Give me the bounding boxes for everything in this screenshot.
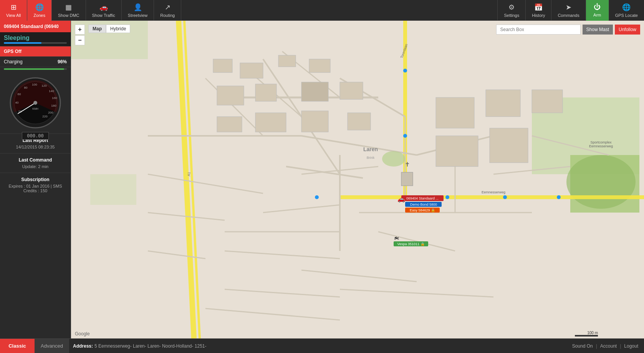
last-command-value: Update: 2 min [4,164,67,169]
charging-status: Charging 96% [0,57,71,67]
nav-item-commands[interactable]: ➤ Commands [551,0,585,21]
view-all-icon: ⊞ [11,3,17,12]
nav-label-zones: Zones [33,13,45,18]
speed-reading: 000.00 [22,132,49,140]
nav-label-history: History [532,13,545,18]
status-gps: GPS Off [0,46,71,57]
unfollow-button[interactable]: Unfollow [615,25,640,35]
subscription-line1: Expires : 01 Jan 2016 | SMS [4,184,67,188]
speedometer-svg: 20 40 60 80 100 120 140 160 180 200 220 [8,76,62,130]
svg-text:Vespa 351011 🔒: Vespa 351011 🔒 [397,242,425,246]
svg-text:Demo Bond 5800: Demo Bond 5800 [410,203,437,206]
logout-link[interactable]: Logout [624,343,638,349]
last-report-value: 14/12/2015 08:23:35 [4,145,67,149]
svg-text:🏍: 🏍 [394,234,399,241]
svg-rect-23 [240,63,263,78]
nav-item-show-dmc[interactable]: ▦ Show DMC [52,0,86,21]
map-tab-map[interactable]: Map [88,25,106,33]
svg-rect-24 [278,55,296,67]
nav-label-show-traffic: Show Traffic [92,13,115,18]
subscription-title: Subscription [4,177,67,182]
nav-item-view-all[interactable]: ⊞ View All [0,0,27,21]
sound-on-link[interactable]: Sound On [572,343,593,349]
svg-point-19 [566,155,636,209]
svg-text:KMH: KMH [32,107,38,110]
svg-rect-22 [213,59,232,73]
svg-rect-41 [490,128,528,163]
last-command-title: Last Command [4,157,67,163]
top-navigation: ⊞ View All 🌐 Zones ▦ Show DMC 🚗 Show Tra… [0,0,644,21]
svg-rect-40 [436,136,478,167]
nav-label-commands: Commands [558,13,579,18]
scale-bar [575,335,598,337]
routing-icon: ↗ [165,3,171,12]
svg-point-45 [315,195,319,199]
nav-label-view-all: View All [6,13,21,18]
show-traffic-icon: 🚗 [99,3,108,12]
svg-rect-28 [301,82,328,101]
nav-item-zones[interactable]: 🌐 Zones [27,0,52,21]
subscription-line2: Credits : 150 [4,188,67,193]
commands-icon: ➤ [566,3,571,12]
nav-item-arm[interactable]: ⏻ Arm [586,0,609,21]
svg-rect-25 [309,59,330,73]
svg-text:🚗: 🚗 [397,195,405,203]
tab-advanced[interactable]: Advanced [35,339,69,353]
tab-classic[interactable]: Classic [0,339,35,353]
gps-locate-icon: 🌐 [622,3,631,12]
map-tab-hybrid[interactable]: Hybride [106,25,130,33]
nav-item-show-traffic[interactable]: 🚗 Show Traffic [86,0,122,21]
account-link[interactable]: Account [600,343,617,349]
map-svg: ✝ 069404 Standaard ... Demo Bond 5800 Ea… [71,21,644,338]
nav-item-settings[interactable]: ⚙ Settings [497,0,525,21]
svg-point-46 [403,69,407,73]
svg-text:Laren: Laren [363,146,378,152]
history-icon: 📅 [534,3,543,12]
nav-label-streetview: Streetview [128,13,147,18]
svg-rect-27 [255,84,276,101]
device-header: 069404 Standaard (06940 [0,21,71,32]
nav-item-routing[interactable]: ↗ Routing [154,0,181,21]
svg-text:140: 140 [49,89,54,93]
device-name: 069404 Standaard (06940 [4,24,59,29]
svg-text:60: 60 [18,92,21,96]
zoom-out-button[interactable]: − [75,35,85,45]
nav-item-history[interactable]: 📅 History [525,0,551,21]
nav-label-arm: Arm [593,13,601,17]
svg-rect-21 [90,174,136,205]
nav-item-gps-locate[interactable]: 🌐 GPS Locate [609,0,644,21]
svg-text:Eemnesserweg: Eemnesserweg [589,144,613,148]
search-input[interactable] [496,25,581,35]
left-sidebar: 069404 Standaard (06940 Sleeping GPS Off… [0,21,71,338]
svg-text:80: 80 [24,86,28,89]
svg-text:Easy 584629 🔒: Easy 584629 🔒 [410,208,435,213]
svg-rect-31 [255,113,286,132]
svg-text:100: 100 [32,83,37,86]
svg-point-47 [403,134,407,138]
zoom-in-button[interactable]: + [75,25,85,35]
address-value: 5 Eemnesserweg- Laren- Laren- Noord-Holl… [94,343,206,349]
svg-rect-39 [532,90,563,113]
google-watermark: Google [75,331,90,337]
svg-point-34 [382,151,405,167]
svg-text:200: 200 [48,111,53,114]
svg-rect-38 [486,90,520,117]
map-controls: + − [75,25,85,45]
bottom-status: Address: 5 Eemnesserweg- Laren- Laren- N… [69,339,566,353]
address-label: Address: [73,343,93,349]
svg-point-44 [557,195,561,199]
map-container[interactable]: + − Map Hybride Show Mast Unfollow [71,21,644,338]
nav-label-show-dmc: Show DMC [58,13,79,18]
nav-label-routing: Routing [160,13,175,18]
show-mast-button[interactable]: Show Mast [583,25,613,35]
svg-text:Sportcomplex: Sportcomplex [590,140,612,144]
svg-rect-26 [217,86,244,105]
svg-point-43 [503,195,507,199]
nav-item-streetview[interactable]: 👤 Streetview [122,0,154,21]
svg-text:A1: A1 [187,172,191,176]
show-dmc-icon: ▦ [65,3,72,12]
divider-1: | [596,343,597,349]
svg-rect-35 [401,172,413,186]
svg-rect-33 [348,113,371,130]
svg-point-14 [33,101,37,105]
